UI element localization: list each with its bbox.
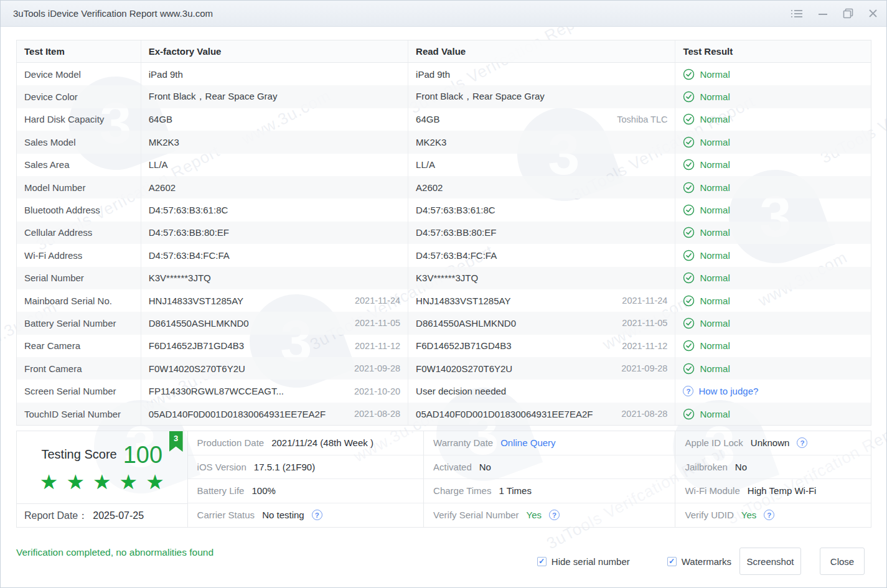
app-window: 3uTools iDevice Verification Report www.… [0, 0, 887, 588]
jailbroken-cell: Jailbroken No [675, 455, 871, 480]
table-row: Sales Area LL/A LL/A ? Normal [17, 154, 871, 176]
ex-factory-value-cell: MK2K3 [141, 131, 408, 153]
checkbox-check-icon: ✓ [667, 557, 677, 566]
normal-check-icon [683, 272, 695, 284]
close-icon[interactable] [868, 9, 878, 18]
test-item-cell: Rear Camera [17, 335, 141, 357]
read-value-cell: K3V******3JTQ [408, 267, 675, 289]
restore-icon[interactable] [843, 8, 853, 19]
read-value-cell: D4:57:63:BB:80:EF [408, 222, 675, 244]
normal-check-icon [683, 159, 695, 170]
ex-factory-value-cell: D4:57:63:BB:80:EF [141, 222, 408, 244]
wifi-module-cell: Wi-Fi Module High Temp Wi-Fi [675, 479, 871, 503]
testing-score-value: 100 [123, 443, 162, 467]
test-item-cell: Sales Area [17, 154, 141, 176]
test-item-cell: Screen Serial Number [17, 380, 141, 402]
screenshot-button[interactable]: Screenshot [739, 548, 801, 575]
verification-status-text: Verification completed, no abnormalities… [16, 547, 214, 558]
ex-factory-value-cell: LL/A [141, 154, 408, 176]
carrier-status-cell: Carrier Status No testing ? [188, 503, 423, 527]
test-result-cell: ? Normal [675, 335, 871, 357]
checkbox-check-icon: ✓ [537, 557, 547, 566]
normal-check-icon [683, 204, 695, 216]
window-controls [791, 8, 878, 19]
test-item-cell: TouchID Serial Number [17, 403, 141, 425]
table-row: Rear Camera F6D14652JB71GD4B32021-11-12 … [17, 335, 871, 357]
ex-factory-value-cell: D8614550ASHLMKND02021-11-05 [141, 312, 408, 334]
testing-score-box: 3 Testing Score 100 ★★★★★ Report Date： 2… [17, 431, 188, 527]
warranty-date-cell: Warranty Date Online Query [424, 431, 675, 455]
verify-udid-cell: Verify UDID Yes ? [675, 503, 871, 527]
table-row: Serial Number K3V******3JTQ K3V******3JT… [17, 267, 871, 289]
test-result-cell: ? Normal [675, 403, 871, 425]
read-value-cell: D4:57:63:B4:FC:FA [408, 244, 675, 266]
close-button[interactable]: Close [820, 548, 865, 575]
production-date-cell: Production Date 2021/11/24 (48th Week ) [188, 431, 423, 455]
normal-check-icon [683, 340, 695, 352]
read-value-cell: 05AD140F0D001D01830064931EE7EA2F2021-08-… [408, 403, 675, 425]
normal-check-icon [683, 91, 695, 103]
summary-column-2: Warranty Date Online Query Activated No … [424, 431, 675, 527]
table-body: Device Model iPad 9th iPad 9th ? Normal … [17, 63, 871, 425]
hide-serial-checkbox[interactable]: ✓ Hide serial number [537, 556, 630, 567]
verify-udid-help-icon[interactable]: ? [764, 510, 774, 520]
read-value-cell: HNJ14833VST1285AY2021-11-24 [408, 289, 675, 312]
test-result-cell: ? Normal [675, 85, 871, 108]
carrier-status-help-icon[interactable]: ? [312, 510, 322, 520]
read-value-cell: F6D14652JB71GD4B32021-11-12 [408, 335, 675, 357]
test-item-cell: Battery Serial Number [17, 312, 141, 334]
minimize-icon[interactable] [818, 9, 828, 19]
test-result-cell: ? Normal [675, 108, 871, 131]
col-header-ex-factory-value: Ex-factory Value [141, 40, 408, 62]
report-table: Test Item Ex-factory Value Read Value Te… [16, 40, 871, 426]
read-value-cell: F0W14020S270T6Y2U2021-09-28 [408, 357, 675, 380]
test-item-cell: Sales Model [17, 131, 141, 153]
table-row: Mainboard Serial No. HNJ14833VST1285AY20… [17, 289, 871, 312]
test-item-cell: Wi-Fi Address [17, 244, 141, 266]
col-header-test-item: Test Item [17, 40, 141, 62]
apple-id-lock-help-icon[interactable]: ? [797, 437, 807, 448]
how-to-judge-link[interactable]: ? How to judge? [675, 380, 871, 402]
normal-check-icon [683, 363, 695, 375]
ex-factory-value-cell: HNJ14833VST1285AY2021-11-24 [141, 289, 408, 312]
footer-controls: ✓ Hide serial number ✓ Watermarks Screen… [537, 548, 865, 575]
test-item-cell: Mainboard Serial No. [17, 289, 141, 312]
test-item-cell: Device Color [17, 85, 141, 108]
testing-score-area: 3 Testing Score 100 ★★★★★ [17, 431, 187, 504]
ex-factory-value-cell: FP114330RGWL87WCCEAGT...2021-10-20 [141, 380, 408, 402]
test-result-cell: ? Normal [675, 244, 871, 266]
read-value-cell: 64GBToshiba TLC [408, 108, 675, 131]
normal-check-icon [683, 68, 695, 80]
table-row: Hard Disk Capacity 64GB 64GBToshiba TLC … [17, 108, 871, 131]
test-result-cell: ? Normal [675, 312, 871, 334]
table-row: Battery Serial Number D8614550ASHLMKND02… [17, 312, 871, 334]
read-value-cell: Front Black，Rear Space Gray [408, 85, 675, 108]
read-value-cell: iPad 9th [408, 63, 675, 85]
online-query-link[interactable]: Online Query [500, 437, 555, 448]
table-row: Wi-Fi Address D4:57:63:B4:FC:FA D4:57:63… [17, 244, 871, 266]
score-ribbon-badge: 3 [169, 431, 183, 452]
normal-check-icon [683, 250, 695, 261]
normal-check-icon [683, 226, 695, 238]
ex-factory-value-cell: D4:57:63:B3:61:8C [141, 198, 408, 221]
test-item-cell: Front Camera [17, 357, 141, 380]
read-value-cell: LL/A [408, 154, 675, 176]
read-value-cell: User decision needed [408, 380, 675, 402]
title-bar: 3uTools iDevice Verification Report www.… [1, 1, 886, 27]
test-result-cell: ? Normal [675, 198, 871, 221]
menu-list-icon[interactable] [791, 9, 803, 19]
table-row: Sales Model MK2K3 MK2K3 ? Normal [17, 131, 871, 153]
normal-check-icon [683, 317, 695, 329]
report-date-value: 2025-07-25 [93, 510, 144, 521]
normal-check-icon [683, 113, 695, 125]
test-result-cell: ? Normal [675, 131, 871, 153]
summary-panel: 3 Testing Score 100 ★★★★★ Report Date： 2… [16, 431, 871, 528]
test-item-cell: Serial Number [17, 267, 141, 289]
charge-times-cell: Charge Times 1 Times [424, 479, 675, 503]
watermarks-checkbox[interactable]: ✓ Watermarks [667, 556, 731, 567]
ex-factory-value-cell: iPad 9th [141, 63, 408, 85]
test-item-cell: Bluetooth Address [17, 198, 141, 221]
read-value-cell: A2602 [408, 176, 675, 198]
verify-serial-help-icon[interactable]: ? [549, 510, 560, 520]
test-item-cell: Device Model [17, 63, 141, 85]
